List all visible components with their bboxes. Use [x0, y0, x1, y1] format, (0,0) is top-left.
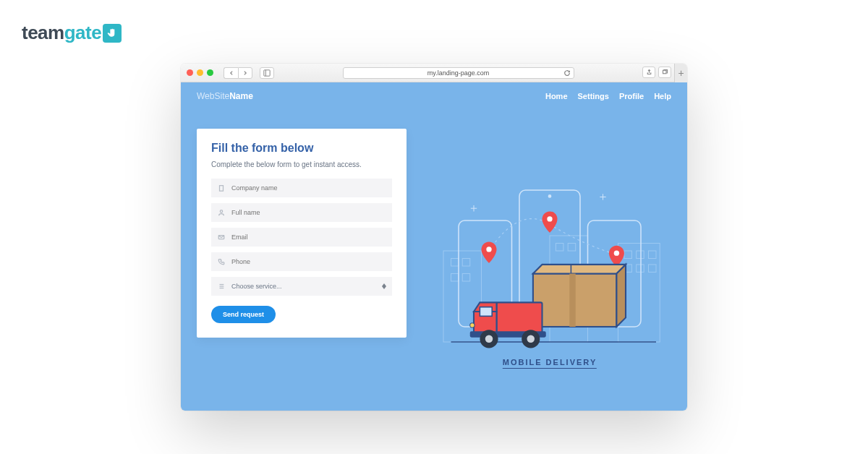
svg-point-31: [548, 195, 550, 197]
svg-rect-43: [497, 302, 542, 333]
site-header: WebSiteName Home Settings Profile Help: [181, 82, 687, 107]
reload-icon[interactable]: [563, 69, 571, 77]
browser-chrome-bar: my.landing-page.com +: [181, 64, 687, 82]
svg-rect-17: [462, 274, 470, 282]
svg-rect-0: [264, 69, 270, 75]
service-placeholder: Choose service...: [231, 283, 386, 290]
minimize-window-icon[interactable]: [197, 69, 203, 76]
mail-icon: [217, 233, 226, 241]
browser-window: my.landing-page.com + WebSiteName Home S…: [181, 64, 687, 411]
share-button[interactable]: [642, 67, 655, 78]
phone-field[interactable]: [211, 252, 392, 271]
svg-rect-19: [624, 251, 632, 259]
email-input[interactable]: [231, 234, 386, 241]
send-request-button[interactable]: Send request: [211, 306, 276, 323]
fullname-field[interactable]: [211, 203, 392, 222]
select-chevron-icon: [382, 283, 386, 289]
illustration-caption: MOBILE DELIVERY: [503, 358, 597, 369]
svg-point-38: [614, 250, 619, 255]
svg-rect-42: [569, 274, 575, 327]
svg-rect-23: [637, 265, 644, 273]
svg-rect-26: [556, 244, 563, 252]
forward-button[interactable]: [238, 67, 252, 79]
new-tab-button[interactable]: +: [674, 64, 687, 82]
history-nav: [224, 67, 252, 79]
svg-point-49: [527, 335, 535, 343]
svg-rect-2: [663, 70, 666, 74]
svg-rect-15: [462, 259, 470, 267]
svg-point-37: [547, 216, 552, 221]
phone-icon: [217, 257, 226, 266]
close-window-icon[interactable]: [187, 69, 193, 76]
logo-text-accent: gate: [64, 22, 101, 44]
service-select[interactable]: Choose service...: [211, 277, 392, 296]
building-icon: [217, 184, 226, 192]
svg-rect-27: [568, 244, 576, 252]
address-bar-url: my.landing-page.com: [427, 69, 489, 77]
page-viewport: WebSiteName Home Settings Profile Help F…: [181, 82, 687, 411]
svg-rect-44: [480, 307, 492, 317]
back-button[interactable]: [224, 67, 238, 79]
form-subtitle: Complete the below form to get instant a…: [211, 160, 392, 168]
hand-icon: [103, 24, 122, 43]
traffic-lights: [187, 69, 213, 76]
company-input[interactable]: [231, 184, 386, 192]
email-field[interactable]: [211, 228, 392, 247]
nav-home[interactable]: Home: [545, 92, 568, 100]
site-name-part1: WebSite: [197, 91, 229, 101]
site-logo[interactable]: WebSiteName: [197, 91, 253, 101]
svg-rect-24: [649, 265, 657, 273]
fullname-input[interactable]: [231, 209, 386, 216]
form-title: Fill the form below: [211, 142, 392, 155]
sidebar-toggle-button[interactable]: [260, 67, 274, 79]
svg-rect-20: [637, 251, 644, 259]
nav-help[interactable]: Help: [654, 92, 671, 100]
svg-point-47: [485, 335, 493, 343]
maximize-window-icon[interactable]: [207, 69, 213, 76]
svg-rect-14: [451, 259, 459, 267]
logo-text-dark: team: [22, 22, 64, 44]
company-field[interactable]: [211, 179, 392, 197]
phone-input[interactable]: [231, 258, 386, 265]
nav-profile[interactable]: Profile: [619, 92, 644, 100]
site-name-part2: Name: [229, 91, 253, 101]
hero-illustration: MOBILE DELIVERY: [428, 129, 671, 403]
lead-form-card: Fill the form below Complete the below f…: [197, 129, 407, 338]
list-icon: [217, 282, 226, 291]
svg-point-8: [220, 210, 222, 213]
hero-section: Fill the form below Complete the below f…: [181, 107, 687, 403]
svg-point-50: [470, 323, 475, 327]
nav-settings[interactable]: Settings: [578, 92, 609, 100]
svg-point-36: [486, 247, 491, 252]
site-nav: Home Settings Profile Help: [545, 92, 671, 100]
svg-rect-21: [649, 251, 657, 259]
svg-rect-3: [220, 186, 224, 192]
teamgate-logo: teamgate: [22, 22, 122, 44]
tabs-button[interactable]: [658, 67, 671, 78]
person-icon: [217, 208, 226, 217]
svg-rect-16: [451, 274, 459, 282]
address-bar[interactable]: my.landing-page.com: [343, 67, 574, 79]
